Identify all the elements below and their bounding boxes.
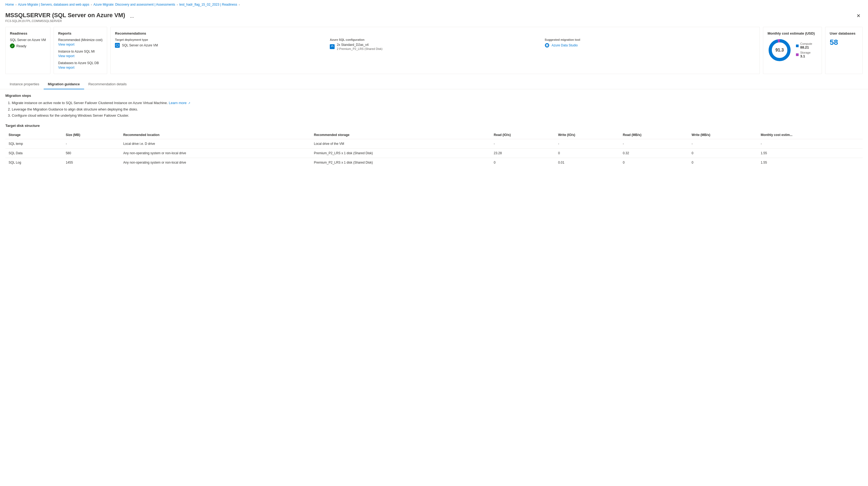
table-cell-0: SQL Data: [5, 148, 62, 158]
compute-value: 88.21: [800, 45, 812, 49]
breadcrumb-home[interactable]: Home: [5, 3, 14, 6]
table-cell-7: 0: [688, 158, 757, 167]
col-write-io: Write (IO/s): [555, 131, 619, 139]
tabs: Instance properties Migration guidance R…: [0, 79, 868, 89]
disk-table: Storage Size (MB) Recommended location R…: [5, 131, 863, 167]
close-button[interactable]: ✕: [854, 12, 863, 20]
migration-steps-title: Migration steps: [5, 94, 863, 97]
cost-donut: 91.3: [768, 38, 792, 62]
step-2: Leverage the Migration Guidance to align…: [12, 107, 863, 112]
report-label-1: Instance to Azure SQL MI: [58, 50, 103, 53]
recommendations-card: Recommendations Target deployment type S…: [111, 27, 760, 74]
readiness-status-text: Ready: [16, 44, 27, 48]
table-cell-7: -: [688, 139, 757, 148]
view-report-db[interactable]: View report: [58, 66, 74, 69]
svg-rect-7: [547, 45, 548, 45]
table-row: SQL temp-Local drive i.e. D driveLocal d…: [5, 139, 863, 148]
page-header: MSSQLSERVER (SQL Server on Azure VM) FC3…: [0, 9, 868, 27]
migration-steps-section: Migration steps Migrate instance on acti…: [5, 94, 863, 118]
rec-target-value: SQL Server on Azure VM: [122, 44, 158, 47]
report-section-recommended: Recommended (Minimize cost) View report: [58, 38, 103, 47]
databases-count: 58: [830, 38, 858, 47]
page-title: MSSQLSERVER (SQL Server on Azure VM): [5, 12, 125, 19]
table-cell-8: 1.55: [757, 148, 863, 158]
ellipsis-button[interactable]: ...: [128, 12, 136, 20]
page-subtitle: FC3-SQL2K19.FPL.COM\MSSQLSERVER: [5, 19, 125, 23]
readiness-card: Readiness SQL Server on Azure VM ✓ Ready: [5, 27, 50, 74]
data-studio-icon: [545, 43, 550, 48]
col-rec-storage: Recommended storage: [311, 131, 491, 139]
recommendations-title: Recommendations: [115, 31, 755, 35]
table-cell-7: 0: [688, 148, 757, 158]
storage-dot: [796, 53, 799, 56]
azure-data-studio-link[interactable]: Azure Data Studio: [552, 44, 578, 47]
col-write-mb: Write (MB/s): [688, 131, 757, 139]
databases-title: User databases: [830, 31, 858, 35]
disk-structure-title: Target disk structure: [5, 124, 863, 128]
compute-legend-item: Compute 88.21: [796, 42, 812, 49]
report-label-2: Databases to Azure SQL DB: [58, 61, 103, 65]
svg-rect-1: [117, 46, 118, 47]
tab-migration-guidance[interactable]: Migration guidance: [44, 79, 84, 89]
databases-card: User databases 58: [825, 27, 863, 74]
cost-total: 91.3: [775, 48, 784, 53]
storage-label: Storage: [800, 51, 811, 54]
breadcrumb-assessments[interactable]: Azure Migrate: Discovery and assessment …: [93, 3, 175, 6]
breadcrumb-servers[interactable]: Azure Migrate | Servers, databases and w…: [18, 3, 89, 6]
table-cell-2: Any non-operating system or non-local dr…: [120, 158, 311, 167]
view-report-recommended[interactable]: View report: [58, 42, 74, 47]
rec-azure-sql-value: 2x Standard_D2as_v4: [337, 43, 382, 47]
col-read-io: Read (IO/s): [491, 131, 555, 139]
breadcrumb: Home › Azure Migrate | Servers, database…: [0, 0, 868, 9]
sql-icon: [330, 44, 335, 49]
table-cell-1: -: [62, 139, 120, 148]
readiness-deployment: SQL Server on Azure VM: [10, 38, 46, 42]
table-cell-3: Premium_P2_LRS x 1 disk (Shared Disk): [311, 158, 491, 167]
col-monthly-cost: Monthly cost estim...: [757, 131, 863, 139]
table-cell-4: 0: [491, 158, 555, 167]
view-report-mi[interactable]: View report: [58, 54, 74, 58]
rec-azure-sql-col-title: Azure SQL configuration: [330, 38, 540, 41]
rec-azure-sql-value2: 2 Premium_P2_LRS (Shared Disk): [337, 47, 382, 51]
reports-card: Reports Recommended (Minimize cost) View…: [54, 27, 107, 74]
table-cell-4: -: [491, 139, 555, 148]
table-cell-1: 1455: [62, 158, 120, 167]
table-cell-8: 1.55: [757, 158, 863, 167]
breadcrumb-readiness[interactable]: test_hadr_flag_15_02_2023 | Readiness: [179, 3, 237, 6]
svg-rect-8: [547, 46, 548, 46]
table-cell-8: -: [757, 139, 863, 148]
table-cell-1: 580: [62, 148, 120, 158]
table-cell-5: -: [555, 139, 619, 148]
svg-rect-4: [333, 46, 333, 47]
ready-check-icon: ✓: [10, 44, 15, 48]
tab-instance-properties[interactable]: Instance properties: [5, 79, 44, 89]
col-size: Size (MB): [62, 131, 120, 139]
reports-title: Reports: [58, 31, 103, 35]
tab-recommendation-details[interactable]: Recommendation details: [84, 79, 131, 89]
storage-legend-item: Storage 3.1: [796, 51, 812, 58]
cost-title: Monthly cost estimate (USD): [768, 31, 817, 35]
col-read-mb: Read (MB/s): [620, 131, 688, 139]
step-3: Configure cloud witness for the underlyi…: [12, 113, 863, 118]
vm-icon: [115, 43, 120, 48]
table-cell-6: -: [620, 139, 688, 148]
rec-migration-tool-col: Suggested migration tool Azure Data Stud…: [545, 38, 755, 51]
disk-structure-section: Target disk structure Storage Size (MB) …: [5, 124, 863, 167]
svg-rect-6: [546, 44, 548, 47]
compute-dot: [796, 45, 799, 47]
table-cell-5: 0: [555, 148, 619, 158]
content-area: Migration steps Migrate instance on acti…: [0, 89, 868, 171]
table-cell-6: 0.32: [620, 148, 688, 158]
rec-target-col-title: Target deployment type: [115, 38, 326, 41]
report-label-0: Recommended (Minimize cost): [58, 38, 103, 42]
storage-value: 3.1: [800, 54, 811, 58]
cost-card: Monthly cost estimate (USD) 91.3 Comput: [763, 27, 822, 74]
readiness-title: Readiness: [10, 31, 46, 35]
disk-table-body: SQL temp-Local drive i.e. D driveLocal d…: [5, 139, 863, 167]
report-section-mi: Instance to Azure SQL MI View report: [58, 50, 103, 58]
col-storage: Storage: [5, 131, 62, 139]
table-row: SQL Log1455Any non-operating system or n…: [5, 158, 863, 167]
table-cell-6: 0: [620, 158, 688, 167]
learn-more-link[interactable]: Learn more ↗: [169, 101, 190, 105]
external-link-icon: ↗: [188, 102, 190, 105]
